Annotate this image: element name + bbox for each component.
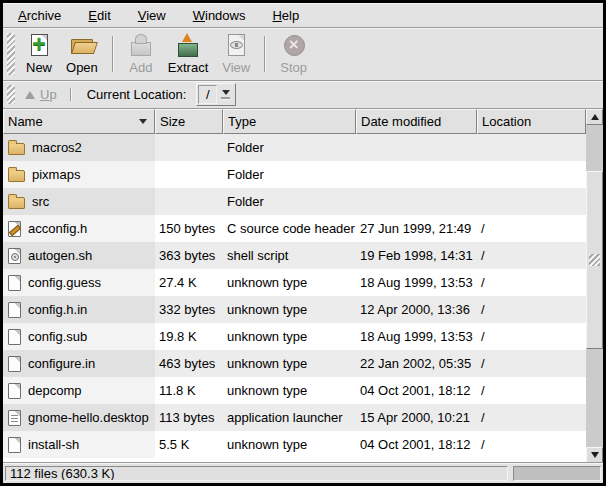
menu-view[interactable]: View xyxy=(129,5,175,26)
file-type-icon xyxy=(8,410,21,426)
open-button-label: Open xyxy=(66,60,98,75)
file-name: config.guess xyxy=(28,275,101,290)
table-row[interactable]: install-sh 5.5 K unknown type 04 Oct 200… xyxy=(3,431,586,458)
location-value[interactable]: / xyxy=(198,85,217,104)
file-type: unknown type xyxy=(223,431,356,458)
file-size xyxy=(155,134,223,161)
file-location: / xyxy=(477,242,586,269)
sort-descending-icon xyxy=(139,119,147,124)
table-row[interactable]: depcomp 11.8 K unknown type 04 Oct 2001,… xyxy=(3,377,586,404)
table-row[interactable]: config.sub 19.8 K unknown type 18 Aug 19… xyxy=(3,323,586,350)
stop-button-label: Stop xyxy=(280,60,307,75)
column-header-location[interactable]: Location xyxy=(477,109,586,134)
column-header-date-modified[interactable]: Date modified xyxy=(356,109,477,134)
column-header-type[interactable]: Type xyxy=(223,109,356,134)
column-header-size[interactable]: Size xyxy=(155,109,223,134)
menu-windows-accel: W xyxy=(193,8,205,23)
file-size xyxy=(155,188,223,215)
file-name: autogen.sh xyxy=(28,248,92,263)
file-name-cell: gnome-hello.desktop xyxy=(3,404,155,431)
menu-edit[interactable]: Edit xyxy=(79,5,119,26)
progress-area xyxy=(513,466,601,481)
file-location: / xyxy=(477,323,586,350)
file-size: 113 bytes xyxy=(155,404,223,431)
menu-view-accel: V xyxy=(138,8,146,23)
scroll-down-button[interactable] xyxy=(586,447,603,463)
file-size: 27.4 K xyxy=(155,269,223,296)
table-row[interactable]: configure.in 463 bytes unknown type 22 J… xyxy=(3,350,586,377)
vertical-scrollbar xyxy=(586,109,603,463)
table-row[interactable]: config.h.in 332 bytes unknown type 12 Ap… xyxy=(3,296,586,323)
table-row[interactable]: src Folder xyxy=(3,188,586,215)
menu-windows-rest: indows xyxy=(205,8,245,23)
toolbar-drag-handle[interactable] xyxy=(7,33,15,75)
file-type-icon xyxy=(8,221,21,237)
file-date-modified: 18 Aug 1999, 13:53 xyxy=(356,269,477,296)
status-text: 112 files (630.3 K) xyxy=(10,466,115,481)
location-dropdown-button[interactable] xyxy=(217,85,234,104)
stop-button[interactable]: Stop xyxy=(273,31,314,77)
file-type-icon xyxy=(8,197,25,209)
file-location: / xyxy=(477,431,586,458)
column-header-name[interactable]: Name xyxy=(3,109,155,134)
file-name-cell: config.guess xyxy=(3,269,155,296)
menu-help[interactable]: Help xyxy=(263,5,308,26)
file-type-icon xyxy=(8,437,21,453)
file-size: 19.8 K xyxy=(155,323,223,350)
scrollbar-trough[interactable] xyxy=(586,125,603,447)
file-type-icon xyxy=(8,383,21,399)
scroll-down-icon xyxy=(591,452,599,458)
toolbar-separator xyxy=(112,36,114,72)
menu-archive[interactable]: Archive xyxy=(9,5,70,26)
file-type: application launcher xyxy=(223,404,356,431)
file-name-cell: config.h.in xyxy=(3,296,155,323)
table-row[interactable]: gnome-hello.desktop 113 bytes applicatio… xyxy=(3,404,586,431)
file-date-modified xyxy=(356,161,477,188)
open-button[interactable]: Open xyxy=(59,31,105,77)
menu-windows[interactable]: Windows xyxy=(184,5,255,26)
file-size: 332 bytes xyxy=(155,296,223,323)
file-date-modified: 18 Aug 1999, 13:53 xyxy=(356,323,477,350)
table-row[interactable]: pixmaps Folder xyxy=(3,161,586,188)
file-name-cell: macros2 xyxy=(3,134,155,161)
file-size: 363 bytes xyxy=(155,242,223,269)
table-row[interactable]: macros2 Folder xyxy=(3,134,586,161)
column-header-location-label: Location xyxy=(482,114,531,129)
add-button[interactable]: Add xyxy=(121,31,161,77)
locationbar-drag-handle[interactable] xyxy=(7,85,15,104)
file-type: unknown type xyxy=(223,323,356,350)
table-row[interactable]: config.guess 27.4 K unknown type 18 Aug … xyxy=(3,269,586,296)
file-date-modified: 19 Feb 1998, 14:31 xyxy=(356,242,477,269)
new-button[interactable]: New xyxy=(19,31,59,77)
file-size: 150 bytes xyxy=(155,215,223,242)
menu-help-accel: H xyxy=(272,8,281,23)
up-accel: U xyxy=(40,87,49,102)
file-type: unknown type xyxy=(223,269,356,296)
file-date-modified xyxy=(356,188,477,215)
new-button-label: New xyxy=(26,60,52,75)
table-row[interactable]: acconfig.h 150 bytes C source code heade… xyxy=(3,215,586,242)
file-type: Folder xyxy=(223,188,356,215)
view-button[interactable]: View xyxy=(215,31,257,77)
column-header-row: Name Size Type Date modified Location xyxy=(3,109,586,134)
scrollbar-thumb[interactable] xyxy=(586,171,603,349)
file-type: unknown type xyxy=(223,377,356,404)
location-bar: Up Current Location: / xyxy=(3,81,603,109)
up-button-label: Up xyxy=(40,87,57,102)
file-type-icon xyxy=(8,143,25,155)
file-type: Folder xyxy=(223,134,356,161)
file-type-icon xyxy=(8,356,21,372)
extract-button[interactable]: Extract xyxy=(161,31,215,77)
add-button-label: Add xyxy=(129,60,152,75)
up-button[interactable]: Up xyxy=(19,85,63,104)
locationbar-separator xyxy=(70,88,72,101)
file-date-modified: 27 Jun 1999, 21:49 xyxy=(356,215,477,242)
file-location: / xyxy=(477,404,586,431)
location-combobox[interactable]: / xyxy=(196,83,236,106)
menu-help-rest: elp xyxy=(282,8,299,23)
scroll-up-button[interactable] xyxy=(586,109,603,125)
status-text-panel: 112 files (630.3 K) xyxy=(5,466,508,481)
file-location: / xyxy=(477,350,586,377)
table-row[interactable]: autogen.sh 363 bytes shell script 19 Feb… xyxy=(3,242,586,269)
file-name: depcomp xyxy=(28,383,81,398)
